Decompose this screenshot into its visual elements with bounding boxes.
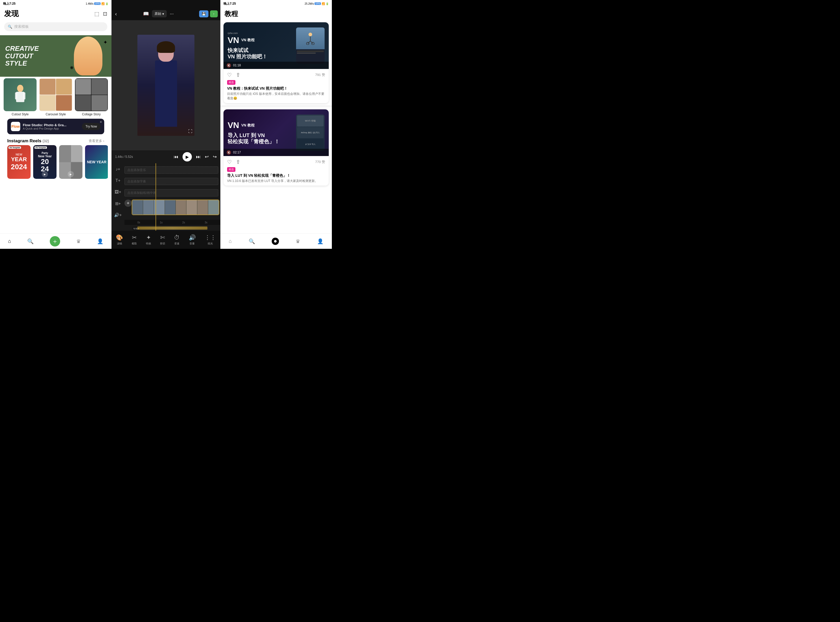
vn-logo-1: VN [228, 35, 239, 45]
collage-cell-2 [92, 79, 107, 95]
add-sticker-icon[interactable]: 🖼+ [114, 188, 122, 196]
section-header-reels: Instagram Reels (32) 查看更多 › [4, 137, 108, 145]
template-card-carousel[interactable]: Carousel Style [39, 78, 72, 116]
more-icon[interactable]: ··· [170, 11, 174, 17]
play-button-2[interactable]: ▶ [42, 171, 48, 177]
sticker-track-placeholder[interactable]: 点击添加贴纸/画中画 [124, 189, 218, 197]
nav-item-profile[interactable]: 👤 [97, 238, 104, 244]
volume-icon: 🔊 [189, 234, 196, 241]
svg-point-4 [309, 33, 312, 36]
clip-label: 截取 [132, 242, 137, 245]
tool-cut[interactable]: ✄ 剪切 [160, 234, 165, 245]
book-icon[interactable]: 📖 [143, 11, 149, 17]
reel-card-1[interactable]: NEW YEAR 2024 VN Template [7, 145, 31, 179]
ad-cta-button[interactable]: Try Now [82, 123, 101, 130]
redo-button[interactable]: ↪ [213, 154, 217, 160]
top-bar-left: 发现 ⬚ ⊡ [0, 7, 111, 20]
save-button[interactable]: 💾 [199, 11, 208, 17]
tool-clip[interactable]: ✂ 截取 [132, 234, 137, 245]
tutorial-card-1[interactable]: rjshe.com VN VN 教程 快来试试VN 照片功能吧！ [223, 22, 329, 103]
nav-item-right-profile[interactable]: 👤 [317, 238, 324, 244]
nav-item-home[interactable]: ⌂ [8, 238, 11, 244]
music-track-placeholder[interactable]: 点击添加音乐 [124, 166, 218, 174]
reel-card-2[interactable]: Party New Year 2024 VN Template ▶ [33, 145, 57, 179]
template-card-collage[interactable]: Collage Story [75, 78, 108, 116]
tool-glow[interactable]: ⋮⋮ 炫光 [205, 234, 216, 245]
chevron-down-icon: ▾ [162, 12, 164, 16]
cut-label: 剪切 [160, 242, 165, 245]
template-row: Cutout Style Carousel Style [4, 78, 108, 116]
nav-item-crown[interactable]: ♛ [76, 238, 81, 244]
add-audio-icon[interactable]: 🔊+ [114, 211, 122, 219]
main-video-track-row: + 5.52s [124, 200, 220, 218]
tool-filter[interactable]: 🎨 滤镜 [116, 234, 123, 245]
tutorial-card-2[interactable]: VN VN 教程 导入 LUT 到 VN轻松实现「青橙色」！ Wi-Fi 传输 … [223, 109, 329, 186]
tutorial-card-bg-2: VN VN 教程 导入 LUT 到 VN轻松实现「青橙色」！ Wi-Fi 传输 … [223, 109, 329, 156]
nav-item-right-discover[interactable] [272, 238, 279, 245]
section-more-reels[interactable]: 查看更多 › [89, 139, 104, 143]
like-button-2[interactable]: ♡ [227, 159, 232, 165]
template-thumb-cutout [4, 78, 37, 111]
expand-button[interactable]: ⛶ [188, 129, 192, 134]
skip-back-button[interactable]: ⏮ [174, 154, 179, 160]
top-bar-right: 教程 [220, 7, 332, 20]
add-text-icon[interactable]: T+ [114, 177, 122, 184]
undo-button[interactable]: ↩ [205, 154, 209, 160]
nav-item-search[interactable]: 🔍 [27, 238, 34, 244]
share-button-2[interactable]: ⇧ [236, 159, 240, 165]
nav-item-right-search[interactable]: 🔍 [249, 238, 255, 244]
like-button-1[interactable]: ♡ [227, 72, 232, 78]
wifi-icon-right: 📶 [322, 2, 325, 5]
skip-forward-button[interactable]: ⏭ [196, 154, 201, 160]
tracks-area: ♪+ T+ 🖼+ ⊞+ 🔊+ 点击添加音乐 点击添加字幕 [111, 163, 220, 231]
tool-volume[interactable]: 🔊 音量 [189, 234, 196, 245]
play-pause-button[interactable]: ▶ [183, 152, 192, 162]
tutorial-header-1: VN VN 教程 [228, 35, 296, 45]
ad-text: Flow Studio: Photo & Gra... A Quick and … [23, 123, 79, 130]
reel-card-4[interactable]: NEW YEAR [85, 145, 108, 179]
nav-item-right-crown[interactable]: ♛ [296, 238, 300, 244]
nav-item-right-home[interactable]: ⌂ [229, 238, 232, 244]
share-button-1[interactable]: ⇧ [236, 72, 240, 78]
add-clip-button[interactable]: + [124, 200, 132, 207]
origin-button[interactable]: 原始 ▾ [152, 10, 167, 17]
profile-icon-right: 👤 [317, 238, 324, 244]
add-music-icon[interactable]: ♪+ [114, 165, 122, 173]
track-labels: ♪+ T+ 🖼+ ⊞+ 🔊+ [111, 163, 124, 231]
banner-text: CREATIVECUTOUTSTYLE [0, 40, 44, 72]
play-button-3[interactable]: ▶ [68, 171, 74, 177]
discover-active-indicator [272, 238, 279, 245]
carousel-cell-3 [40, 95, 55, 111]
search-bar[interactable]: 🔍 搜索模板 [4, 22, 107, 31]
duration-1: 01:18 [233, 64, 241, 67]
cutout-preview [4, 78, 37, 111]
back-button[interactable]: ‹ [114, 10, 118, 18]
share-button[interactable]: ↑ [210, 11, 218, 17]
vn-badge-1: VN Template [9, 146, 21, 149]
playhead [156, 163, 156, 231]
create-button[interactable]: ＋ [50, 236, 60, 247]
person-silhouette [150, 44, 182, 127]
edit-icon[interactable]: ⬚ [95, 11, 99, 17]
add-track-icon[interactable]: ⊞+ [114, 200, 122, 207]
vpn-badge-right: VPN [315, 2, 321, 5]
save-icon: 💾 [202, 12, 206, 16]
reel-card-3[interactable]: ▶ [59, 145, 82, 179]
tool-speed[interactable]: ⏱ 变速 [174, 234, 180, 245]
subtitle-track-placeholder[interactable]: 点击添加字幕 [124, 178, 218, 185]
tool-effects[interactable]: ✦ 特效 [146, 234, 151, 245]
template-card-cutout[interactable]: Cutout Style [4, 78, 37, 116]
ad-close-button[interactable]: ✕ [99, 120, 102, 124]
battery-icon-right: 🔋 [325, 2, 329, 5]
home-icon-right: ⌂ [229, 238, 232, 244]
network-speed-left: 1.4M/s [86, 2, 93, 5]
clip-frames [132, 200, 219, 215]
template-label-carousel: Carousel Style [46, 113, 66, 116]
cutout-figure-icon [12, 84, 28, 105]
video-preview: ⛶ [137, 35, 194, 136]
video-clip[interactable]: 5.52s [132, 200, 219, 215]
svg-rect-1 [16, 92, 24, 102]
hero-banner[interactable]: CREATIVECUTOUTSTYLE ✦ ❋ [0, 35, 111, 77]
mute-icon-2: 🔇 [227, 150, 231, 154]
scan-icon[interactable]: ⊡ [103, 11, 107, 17]
